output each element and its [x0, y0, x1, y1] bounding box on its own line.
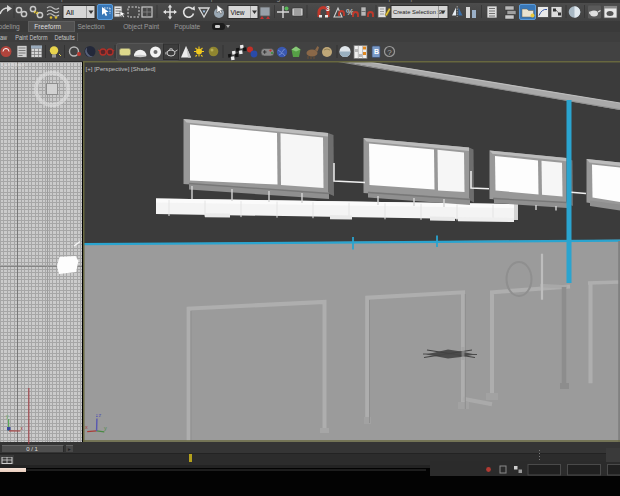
svg-text:[+] [Perspective] [Shaded]: [+] [Perspective] [Shaded]	[86, 65, 156, 72]
svg-text:z: z	[99, 412, 102, 418]
svg-text:B: B	[374, 48, 379, 55]
svg-text:All: All	[66, 9, 74, 16]
svg-text:y: y	[6, 413, 9, 419]
svg-text:x: x	[21, 425, 24, 431]
svg-text:y: y	[104, 425, 107, 431]
svg-text:?: ?	[387, 48, 392, 57]
svg-text:Create Selection Se: Create Selection Se	[393, 9, 445, 15]
svg-text:x: x	[85, 424, 88, 430]
svg-text:View: View	[231, 9, 245, 16]
svg-text:3: 3	[326, 5, 330, 12]
